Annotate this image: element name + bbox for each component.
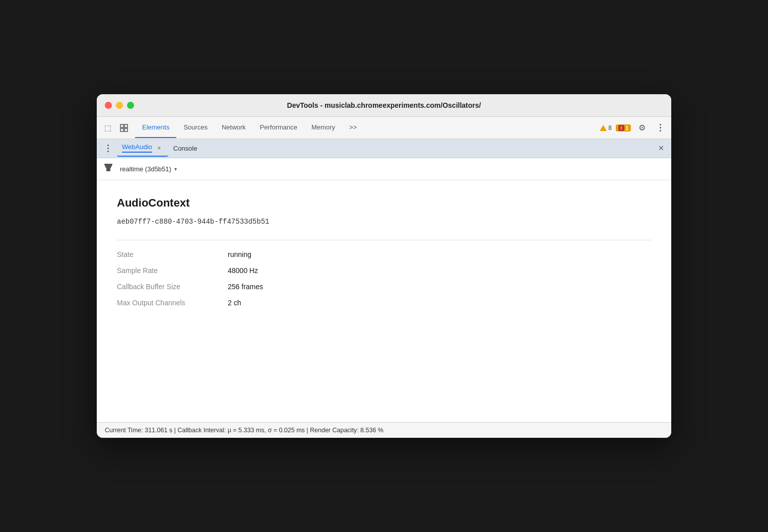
- svg-rect-4: [104, 164, 112, 165]
- status-text: Current Time: 311.061 s | Callback Inter…: [105, 427, 383, 434]
- devtools-window: DevTools - musiclab.chromeexperiments.co…: [97, 94, 671, 438]
- close-button[interactable]: [105, 102, 112, 109]
- tab-more[interactable]: >>: [342, 117, 364, 138]
- audio-context-id: aeb07ff7-c880-4703-944b-ff47533d5b51: [117, 218, 651, 226]
- tab-network[interactable]: Network: [215, 117, 253, 138]
- audio-context-title: AudioContext: [117, 196, 651, 210]
- main-content: AudioContext aeb07ff7-c880-4703-944b-ff4…: [97, 180, 671, 422]
- inspect-icon: [119, 123, 129, 132]
- prop-label-max-channels: Max Output Channels: [117, 299, 228, 307]
- content-divider: [117, 240, 651, 240]
- svg-rect-7: [106, 167, 111, 168]
- more-icon: [660, 124, 661, 131]
- svg-rect-2: [120, 128, 123, 131]
- prop-value-callback-buffer: 256 frames: [228, 283, 651, 291]
- context-selector[interactable]: realtime (3d5b51) ▾: [120, 165, 177, 173]
- svg-rect-0: [120, 124, 123, 127]
- sub-tab-webaudio-close[interactable]: ×: [155, 144, 163, 152]
- warning-indicator[interactable]: 8: [600, 124, 612, 131]
- inspect-tool-button[interactable]: [117, 121, 131, 135]
- prop-value-state: running: [228, 250, 651, 258]
- tab-memory[interactable]: Memory: [304, 117, 342, 138]
- broom-icon: [103, 162, 114, 176]
- main-toolbar: ⬚ Elements Sources Network Performance M…: [97, 117, 671, 139]
- toolbar-icons: ⬚: [101, 121, 131, 135]
- warning-count: 8: [608, 124, 612, 131]
- svg-rect-3: [124, 128, 127, 131]
- window-title: DevTools - musiclab.chromeexperiments.co…: [287, 101, 481, 109]
- prop-label-callback-buffer: Callback Buffer Size: [117, 283, 228, 291]
- prop-value-max-channels: 2 ch: [228, 299, 651, 307]
- svg-rect-8: [106, 168, 110, 171]
- sub-tab-console[interactable]: Console: [168, 142, 203, 155]
- svg-rect-6: [105, 166, 111, 167]
- more-options-button[interactable]: [653, 121, 667, 135]
- error-indicator[interactable]: ! 1: [616, 124, 631, 131]
- traffic-lights: [105, 102, 134, 109]
- sub-tab-console-label: Console: [173, 145, 198, 152]
- tab-performance[interactable]: Performance: [253, 117, 304, 138]
- settings-button[interactable]: ⚙: [635, 121, 649, 135]
- properties-grid: State running Sample Rate 48000 Hz Callb…: [117, 250, 651, 307]
- sub-toolbar: WebAudio × Console ×: [97, 139, 671, 158]
- warning-triangle-icon: [600, 125, 607, 131]
- error-count: 1: [625, 125, 628, 131]
- sub-more-icon: [107, 145, 109, 152]
- prop-label-sample-rate: Sample Rate: [117, 267, 228, 275]
- tab-sources[interactable]: Sources: [176, 117, 215, 138]
- sub-tab-webaudio[interactable]: WebAudio ×: [117, 140, 168, 157]
- cursor-icon: ⬚: [104, 123, 111, 132]
- sub-more-button[interactable]: [101, 142, 115, 156]
- cursor-tool-button[interactable]: ⬚: [101, 121, 115, 135]
- title-bar: DevTools - musiclab.chromeexperiments.co…: [97, 94, 671, 117]
- prop-label-state: State: [117, 250, 228, 258]
- svg-rect-5: [105, 165, 112, 166]
- sub-tab-webaudio-label: WebAudio: [122, 143, 152, 153]
- tab-elements[interactable]: Elements: [135, 117, 176, 138]
- minimize-button[interactable]: [116, 102, 123, 109]
- gear-icon: ⚙: [638, 123, 646, 132]
- maximize-button[interactable]: [127, 102, 134, 109]
- nav-tabs: Elements Sources Network Performance Mem…: [135, 117, 600, 138]
- status-bar: Current Time: 311.061 s | Callback Inter…: [97, 422, 671, 438]
- svg-rect-1: [124, 124, 127, 127]
- error-icon: !: [618, 125, 624, 131]
- toolbar-right: 8 ! 1 ⚙: [600, 121, 667, 135]
- panel-close-button[interactable]: ×: [655, 143, 667, 155]
- context-label: realtime (3d5b51): [120, 165, 171, 173]
- context-bar: realtime (3d5b51) ▾: [97, 158, 671, 180]
- prop-value-sample-rate: 48000 Hz: [228, 267, 651, 275]
- dropdown-arrow-icon: ▾: [174, 166, 177, 172]
